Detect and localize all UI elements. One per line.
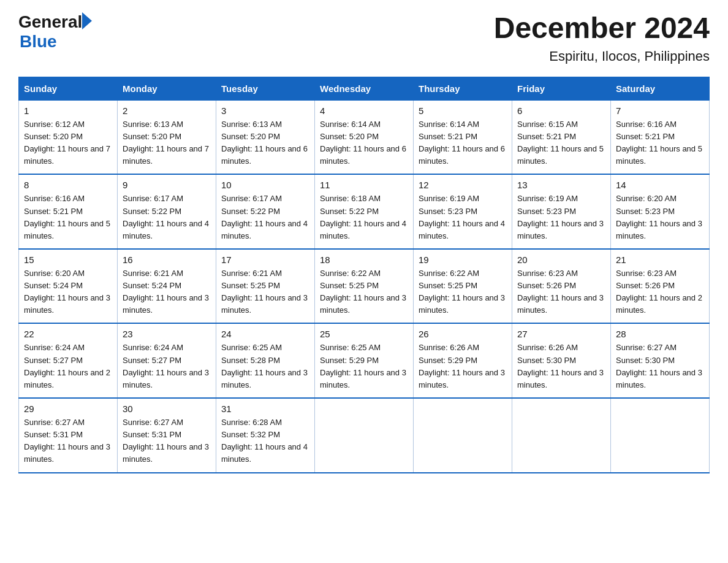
day-info: Sunrise: 6:27 AMSunset: 5:31 PMDaylight:…	[24, 416, 112, 466]
day-number: 17	[221, 255, 309, 265]
calendar-cell: 28 Sunrise: 6:27 AMSunset: 5:30 PMDaylig…	[611, 323, 710, 398]
calendar-cell	[512, 398, 611, 473]
calendar-cell: 24 Sunrise: 6:25 AMSunset: 5:28 PMDaylig…	[216, 323, 315, 398]
day-number: 4	[320, 105, 408, 116]
day-info: Sunrise: 6:19 AMSunset: 5:23 PMDaylight:…	[419, 193, 507, 242]
day-info: Sunrise: 6:25 AMSunset: 5:28 PMDaylight:…	[221, 342, 309, 391]
day-number: 19	[419, 255, 507, 265]
day-info: Sunrise: 6:15 AMSunset: 5:21 PMDaylight:…	[517, 118, 605, 168]
calendar-cell: 12 Sunrise: 6:19 AMSunset: 5:23 PMDaylig…	[414, 174, 512, 249]
calendar-cell: 1 Sunrise: 6:12 AMSunset: 5:20 PMDayligh…	[19, 100, 118, 174]
day-info: Sunrise: 6:22 AMSunset: 5:25 PMDaylight:…	[320, 267, 408, 317]
day-number: 3	[221, 105, 309, 116]
calendar-cell: 21 Sunrise: 6:23 AMSunset: 5:26 PMDaylig…	[611, 249, 710, 324]
week-row-5: 29 Sunrise: 6:27 AMSunset: 5:31 PMDaylig…	[19, 398, 710, 473]
calendar-cell: 22 Sunrise: 6:24 AMSunset: 5:27 PMDaylig…	[19, 323, 118, 398]
calendar-cell: 4 Sunrise: 6:14 AMSunset: 5:20 PMDayligh…	[315, 100, 414, 174]
day-number: 31	[221, 404, 309, 414]
day-info: Sunrise: 6:19 AMSunset: 5:23 PMDaylight:…	[517, 193, 605, 242]
location-subtitle: Espiritu, Ilocos, Philippines	[494, 48, 710, 64]
day-number: 10	[221, 180, 309, 190]
calendar-cell: 26 Sunrise: 6:26 AMSunset: 5:29 PMDaylig…	[414, 323, 512, 398]
calendar-cell: 14 Sunrise: 6:20 AMSunset: 5:23 PMDaylig…	[611, 174, 710, 249]
calendar-cell: 8 Sunrise: 6:16 AMSunset: 5:21 PMDayligh…	[19, 174, 118, 249]
day-info: Sunrise: 6:18 AMSunset: 5:22 PMDaylight:…	[320, 193, 408, 242]
day-info: Sunrise: 6:28 AMSunset: 5:32 PMDaylight:…	[221, 416, 309, 466]
month-year-title: December 2024	[494, 12, 710, 45]
calendar-cell	[611, 398, 710, 473]
day-number: 8	[24, 180, 112, 190]
calendar-cell: 20 Sunrise: 6:23 AMSunset: 5:26 PMDaylig…	[512, 249, 611, 324]
day-info: Sunrise: 6:24 AMSunset: 5:27 PMDaylight:…	[123, 342, 211, 391]
calendar-cell: 13 Sunrise: 6:19 AMSunset: 5:23 PMDaylig…	[512, 174, 611, 249]
day-number: 9	[123, 180, 211, 190]
day-info: Sunrise: 6:22 AMSunset: 5:25 PMDaylight:…	[419, 267, 507, 317]
day-info: Sunrise: 6:21 AMSunset: 5:25 PMDaylight:…	[221, 267, 309, 317]
day-number: 7	[616, 105, 704, 116]
day-info: Sunrise: 6:16 AMSunset: 5:21 PMDaylight:…	[24, 193, 112, 242]
day-info: Sunrise: 6:13 AMSunset: 5:20 PMDaylight:…	[221, 118, 309, 168]
day-info: Sunrise: 6:21 AMSunset: 5:24 PMDaylight:…	[123, 267, 211, 317]
calendar-cell: 15 Sunrise: 6:20 AMSunset: 5:24 PMDaylig…	[19, 249, 118, 324]
calendar-cell: 17 Sunrise: 6:21 AMSunset: 5:25 PMDaylig…	[216, 249, 315, 324]
day-number: 20	[517, 255, 605, 265]
calendar-table: SundayMondayTuesdayWednesdayThursdayFrid…	[18, 77, 710, 473]
weekday-header-saturday: Saturday	[611, 77, 710, 100]
day-info: Sunrise: 6:23 AMSunset: 5:26 PMDaylight:…	[517, 267, 605, 317]
week-row-2: 8 Sunrise: 6:16 AMSunset: 5:21 PMDayligh…	[19, 174, 710, 249]
day-info: Sunrise: 6:13 AMSunset: 5:20 PMDaylight:…	[123, 118, 211, 168]
day-info: Sunrise: 6:25 AMSunset: 5:29 PMDaylight:…	[320, 342, 408, 391]
weekday-header-row: SundayMondayTuesdayWednesdayThursdayFrid…	[19, 77, 710, 100]
day-number: 5	[419, 105, 507, 116]
weekday-header-monday: Monday	[118, 77, 216, 100]
page-header: General Blue December 2024 Espiritu, Ilo…	[18, 12, 710, 64]
day-number: 23	[123, 329, 211, 339]
week-row-1: 1 Sunrise: 6:12 AMSunset: 5:20 PMDayligh…	[19, 100, 710, 174]
day-info: Sunrise: 6:26 AMSunset: 5:30 PMDaylight:…	[517, 342, 605, 391]
calendar-cell: 16 Sunrise: 6:21 AMSunset: 5:24 PMDaylig…	[118, 249, 216, 324]
calendar-cell	[315, 398, 414, 473]
weekday-header-friday: Friday	[512, 77, 611, 100]
calendar-cell: 23 Sunrise: 6:24 AMSunset: 5:27 PMDaylig…	[118, 323, 216, 398]
day-number: 2	[123, 105, 211, 116]
week-row-3: 15 Sunrise: 6:20 AMSunset: 5:24 PMDaylig…	[19, 249, 710, 324]
day-number: 24	[221, 329, 309, 339]
day-number: 27	[517, 329, 605, 339]
logo-general-text: General	[18, 12, 82, 32]
calendar-cell: 9 Sunrise: 6:17 AMSunset: 5:22 PMDayligh…	[118, 174, 216, 249]
calendar-cell: 27 Sunrise: 6:26 AMSunset: 5:30 PMDaylig…	[512, 323, 611, 398]
day-info: Sunrise: 6:12 AMSunset: 5:20 PMDaylight:…	[24, 118, 112, 168]
day-number: 11	[320, 180, 408, 190]
day-info: Sunrise: 6:26 AMSunset: 5:29 PMDaylight:…	[419, 342, 507, 391]
calendar-cell: 6 Sunrise: 6:15 AMSunset: 5:21 PMDayligh…	[512, 100, 611, 174]
day-info: Sunrise: 6:20 AMSunset: 5:23 PMDaylight:…	[616, 193, 704, 242]
day-number: 13	[517, 180, 605, 190]
day-info: Sunrise: 6:14 AMSunset: 5:20 PMDaylight:…	[320, 118, 408, 168]
day-number: 15	[24, 255, 112, 265]
day-number: 30	[123, 404, 211, 414]
day-info: Sunrise: 6:17 AMSunset: 5:22 PMDaylight:…	[123, 193, 211, 242]
day-info: Sunrise: 6:23 AMSunset: 5:26 PMDaylight:…	[616, 267, 704, 317]
logo-arrow-icon	[82, 12, 92, 29]
day-number: 12	[419, 180, 507, 190]
calendar-cell: 29 Sunrise: 6:27 AMSunset: 5:31 PMDaylig…	[19, 398, 118, 473]
calendar-cell: 31 Sunrise: 6:28 AMSunset: 5:32 PMDaylig…	[216, 398, 315, 473]
calendar-cell	[414, 398, 512, 473]
calendar-cell: 3 Sunrise: 6:13 AMSunset: 5:20 PMDayligh…	[216, 100, 315, 174]
day-info: Sunrise: 6:27 AMSunset: 5:30 PMDaylight:…	[616, 342, 704, 391]
day-number: 25	[320, 329, 408, 339]
day-number: 18	[320, 255, 408, 265]
calendar-cell: 30 Sunrise: 6:27 AMSunset: 5:31 PMDaylig…	[118, 398, 216, 473]
weekday-header-sunday: Sunday	[19, 77, 118, 100]
calendar-cell: 5 Sunrise: 6:14 AMSunset: 5:21 PMDayligh…	[414, 100, 512, 174]
day-info: Sunrise: 6:27 AMSunset: 5:31 PMDaylight:…	[123, 416, 211, 466]
calendar-cell: 19 Sunrise: 6:22 AMSunset: 5:25 PMDaylig…	[414, 249, 512, 324]
day-info: Sunrise: 6:16 AMSunset: 5:21 PMDaylight:…	[616, 118, 704, 168]
calendar-cell: 18 Sunrise: 6:22 AMSunset: 5:25 PMDaylig…	[315, 249, 414, 324]
calendar-cell: 10 Sunrise: 6:17 AMSunset: 5:22 PMDaylig…	[216, 174, 315, 249]
day-number: 1	[24, 105, 112, 116]
calendar-cell: 2 Sunrise: 6:13 AMSunset: 5:20 PMDayligh…	[118, 100, 216, 174]
logo: General Blue	[18, 12, 92, 52]
calendar-cell: 25 Sunrise: 6:25 AMSunset: 5:29 PMDaylig…	[315, 323, 414, 398]
week-row-4: 22 Sunrise: 6:24 AMSunset: 5:27 PMDaylig…	[19, 323, 710, 398]
